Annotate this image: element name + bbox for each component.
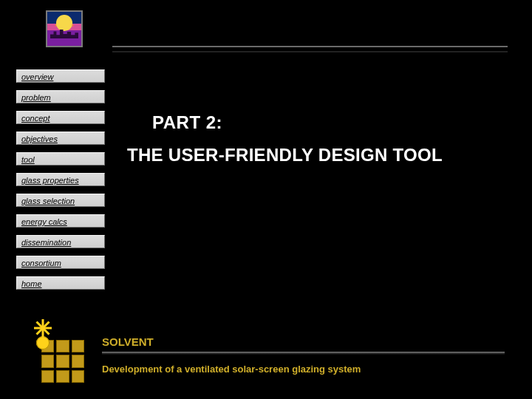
footer-brand: SOLVENT (102, 335, 154, 348)
footer-divider (102, 352, 505, 355)
logo-sun (56, 15, 72, 31)
footer-tagline: Development of a ventilated solar-screen… (102, 364, 361, 375)
nav-item-concept[interactable]: concept (16, 111, 105, 124)
slide-title-line2: THE USER-FRIENDLY DESIGN TOOL (127, 145, 443, 166)
slide-title-line1: PART 2: (152, 112, 222, 133)
nav-item-home[interactable]: home (16, 276, 105, 290)
nav-item-tool[interactable]: tool (16, 152, 105, 166)
footer-logo (21, 321, 87, 387)
nav-item-overview[interactable]: overview (16, 69, 105, 83)
nav-item-energy-calcs[interactable]: energy calcs (16, 214, 105, 228)
nav-item-problem[interactable]: problem (16, 90, 105, 103)
header-divider (112, 46, 508, 52)
nav-item-glass-selection[interactable]: glass selection (16, 194, 105, 207)
nav-item-dissemination[interactable]: dissemination (16, 235, 105, 248)
footer-logo-sun (28, 328, 58, 358)
nav-item-glass-properties[interactable]: glass properties (16, 173, 105, 186)
sidebar-nav: overview problem concept objectives tool… (16, 69, 105, 297)
nav-item-objectives[interactable]: objectives (16, 132, 105, 145)
nav-item-consortium[interactable]: consortium (16, 256, 105, 269)
project-logo (46, 10, 83, 47)
